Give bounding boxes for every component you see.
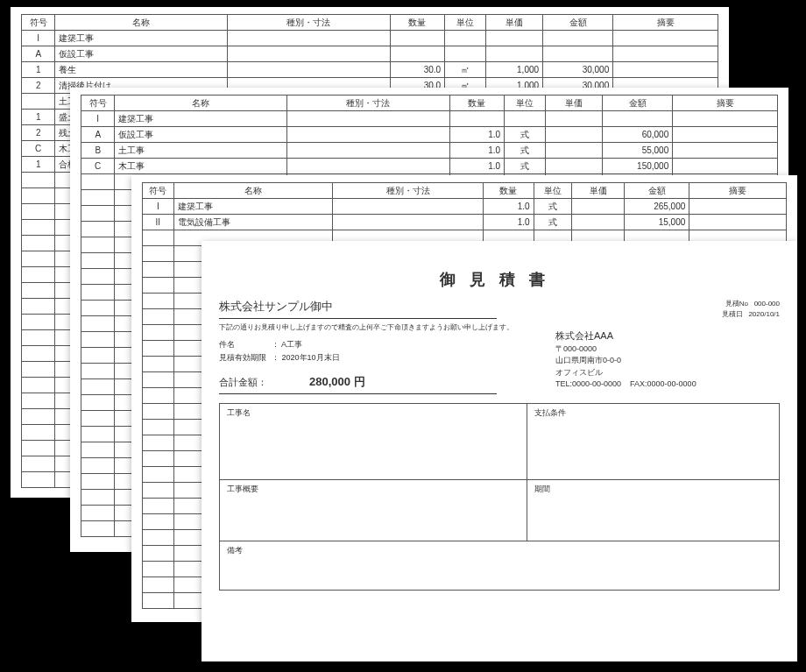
cell-code — [22, 362, 55, 378]
company-bldg: オフィスビル — [555, 367, 780, 379]
company-addr: 山口県周南市0-0-0 — [555, 355, 780, 367]
cell-note — [613, 31, 718, 46]
cell-price — [486, 31, 543, 46]
cell-name: 土工事 — [115, 143, 287, 159]
cell-code — [81, 490, 115, 506]
th-qty: 数量 — [483, 183, 534, 199]
subject-label: 件名 — [219, 339, 272, 350]
table-row: C木工事1.0式150,000 — [81, 159, 778, 174]
doc-no-label: 見積No — [725, 300, 748, 308]
cell-spec — [286, 143, 449, 159]
cell-code — [143, 309, 174, 325]
cell-unit — [445, 31, 486, 46]
cell-price — [546, 111, 603, 127]
th-spec: 種別・寸法 — [227, 15, 390, 31]
cell-code — [22, 94, 55, 110]
table-row: I建築工事 — [22, 31, 718, 46]
client-name: 株式会社サンプル御中 — [219, 299, 497, 319]
box-remarks-label: 備考 — [227, 545, 772, 556]
cell-code — [22, 472, 55, 488]
cell-code — [81, 332, 115, 348]
cell-code — [143, 467, 174, 483]
cell-unit: 式 — [505, 159, 546, 174]
th-name: 名称 — [55, 15, 228, 31]
cell-code — [143, 451, 174, 467]
cell-spec — [227, 31, 390, 46]
total-row: 合計金額： 280,000 円 — [219, 371, 497, 394]
cell-unit: 式 — [534, 215, 572, 230]
th-note: 摘要 — [613, 15, 718, 31]
cell-qty: 1.0 — [449, 127, 505, 143]
cell-code: 1 — [22, 62, 55, 78]
cell-name: 電気設備工事 — [173, 215, 333, 230]
cell-price — [572, 215, 625, 230]
cell-unit — [445, 46, 486, 62]
cell-name: 建築工事 — [55, 31, 228, 46]
th-name: 名称 — [115, 95, 287, 111]
total-value: 280,000 円 — [309, 375, 365, 388]
cell-code — [143, 262, 174, 278]
cell-code — [81, 237, 115, 253]
cell-code — [81, 285, 115, 301]
cell-code — [22, 456, 55, 472]
cell-code — [81, 174, 115, 190]
cell-spec — [286, 111, 449, 127]
cell-amount — [603, 111, 673, 127]
cell-code — [143, 341, 174, 357]
cell-spec — [286, 159, 449, 174]
cell-code — [81, 379, 115, 395]
cell-price — [546, 159, 603, 174]
total-label: 合計金額： — [219, 376, 307, 389]
cell-code — [81, 206, 115, 222]
th-code: 符号 — [22, 15, 55, 31]
cell-price — [486, 46, 543, 62]
cell-qty — [449, 111, 505, 127]
cell-code — [22, 251, 55, 267]
cell-code: I — [143, 199, 174, 215]
cell-code — [81, 395, 115, 411]
th-name: 名称 — [173, 183, 333, 199]
cell-amount: 150,000 — [603, 159, 673, 174]
cell-code — [143, 388, 174, 404]
cell-spec — [227, 62, 390, 78]
doc-no: 000-000 — [754, 300, 780, 308]
cell-spec — [333, 199, 484, 215]
valid-row: 見積有効期限： 2020年10月末日 — [219, 352, 527, 364]
date-label: 見積日 — [722, 310, 743, 318]
subject-value: A工事 — [281, 340, 302, 349]
cell-code: I — [22, 31, 55, 46]
estimate-cover-page: 御見積書 株式会社サンプル御中 下記の通りお見積り申し上げますので精査の上何卒ご… — [202, 241, 797, 661]
cell-code: C — [81, 159, 115, 174]
cell-qty: 30.0 — [390, 62, 445, 78]
cell-spec — [286, 127, 449, 143]
th-price: 単価 — [546, 95, 603, 111]
cell-code — [143, 325, 174, 341]
cell-code — [81, 269, 115, 285]
cell-amount: 60,000 — [603, 127, 673, 143]
th-spec: 種別・寸法 — [333, 183, 484, 199]
cell-code — [81, 301, 115, 316]
box-pay-terms: 支払条件 — [527, 403, 780, 480]
cell-code — [143, 420, 174, 435]
th-amt: 金額 — [543, 15, 613, 31]
th-amt: 金額 — [625, 183, 689, 199]
cell-code — [143, 435, 174, 451]
table-row: I建築工事1.0式265,000 — [143, 199, 787, 215]
cell-code — [143, 514, 174, 530]
cell-code — [81, 506, 115, 521]
cell-code — [22, 188, 55, 204]
cell-price: 1,000 — [486, 62, 543, 78]
cell-code — [81, 474, 115, 490]
th-spec: 種別・寸法 — [286, 95, 449, 111]
box-period: 期間 — [527, 480, 780, 541]
cell-code — [22, 220, 55, 236]
cell-spec — [333, 215, 484, 230]
cell-note — [613, 46, 718, 62]
cell-code — [143, 562, 174, 577]
cell-code — [143, 593, 174, 609]
valid-label: 見積有効期限 — [219, 352, 272, 364]
cell-qty — [390, 31, 445, 46]
box-work-outline-label: 工事概要 — [227, 484, 520, 495]
cell-price — [546, 143, 603, 159]
cell-unit: 式 — [505, 143, 546, 159]
